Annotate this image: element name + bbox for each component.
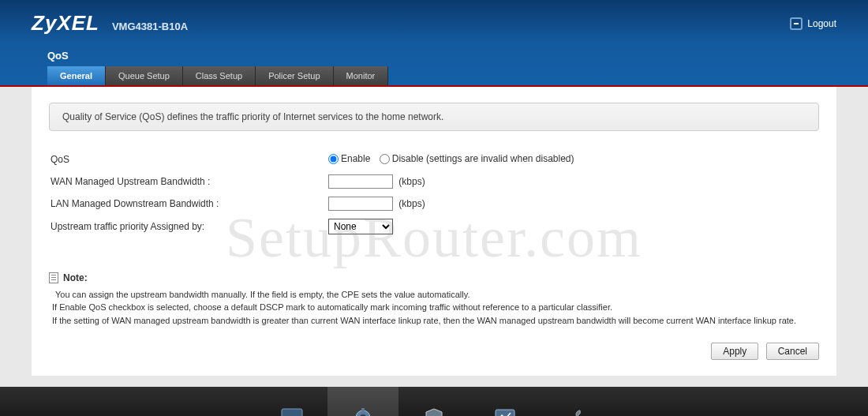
svg-rect-8 bbox=[496, 410, 514, 416]
disable-label: Disable (settings are invalid when disab… bbox=[392, 153, 574, 164]
gear-icon bbox=[350, 407, 376, 416]
svg-rect-4 bbox=[361, 408, 365, 411]
svg-rect-0 bbox=[282, 409, 302, 416]
nav-maintenance[interactable]: Maintenance bbox=[541, 387, 612, 416]
apply-button[interactable]: Apply bbox=[711, 343, 758, 360]
qos-disable-radio[interactable] bbox=[380, 154, 390, 164]
wrench-icon bbox=[563, 407, 589, 416]
tab-policer-setup[interactable]: Policer Setup bbox=[256, 66, 333, 85]
nav-security[interactable]: Security bbox=[398, 387, 470, 416]
brand-logo: ZyXEL bbox=[32, 11, 99, 36]
info-box: Quality of Service (QoS) defines the tra… bbox=[49, 103, 819, 131]
tab-class-setup[interactable]: Class Setup bbox=[183, 66, 256, 85]
cancel-button[interactable]: Cancel bbox=[766, 343, 819, 360]
brand-left: ZyXEL VMG4381-B10A bbox=[32, 11, 188, 36]
qos-enable-option[interactable]: Enable bbox=[328, 153, 370, 164]
wan-bandwidth-input[interactable] bbox=[328, 174, 393, 189]
logout-label: Logout bbox=[807, 18, 836, 29]
tab-monitor[interactable]: Monitor bbox=[334, 66, 389, 85]
note-block: Note: You can assign the upstream bandwi… bbox=[49, 271, 819, 328]
qos-label: QoS bbox=[51, 150, 327, 170]
bottom-nav: Connection Status Network Setting Securi… bbox=[0, 387, 868, 416]
qos-enable-radio[interactable] bbox=[328, 154, 339, 164]
note-icon bbox=[49, 272, 58, 283]
upstream-priority-select[interactable]: None bbox=[328, 219, 393, 234]
nav-connection-status[interactable]: Connection Status bbox=[256, 387, 327, 416]
note-line-1: You can assign the upstream bandwidth ma… bbox=[55, 288, 819, 302]
note-header: Note: bbox=[49, 271, 819, 285]
note-title: Note: bbox=[63, 271, 88, 285]
brand-row: ZyXEL VMG4381-B10A Logout bbox=[0, 0, 868, 43]
chart-icon bbox=[492, 407, 518, 416]
note-text: You can assign the upstream bandwidth ma… bbox=[49, 288, 819, 328]
nav-system-monitor[interactable]: System Monitor bbox=[470, 387, 541, 416]
section-title: QoS bbox=[0, 43, 868, 66]
content-panel: Quality of Service (QoS) defines the tra… bbox=[32, 87, 836, 376]
button-row: Apply Cancel bbox=[49, 343, 819, 360]
tab-general[interactable]: General bbox=[47, 66, 106, 85]
lan-label: LAN Managed Downstream Bandwidth : bbox=[51, 193, 327, 214]
logout-button[interactable]: Logout bbox=[790, 17, 836, 30]
tab-queue-setup[interactable]: Queue Setup bbox=[106, 66, 183, 85]
logout-icon bbox=[790, 17, 803, 30]
model-label: VMG4381-B10A bbox=[112, 21, 188, 32]
shield-icon bbox=[421, 407, 447, 416]
wan-label: WAN Managed Upstream Bandwidth : bbox=[51, 171, 327, 192]
qos-form: QoS Enable Disable (settings are invalid… bbox=[49, 148, 819, 239]
nav-network-setting[interactable]: Network Setting bbox=[327, 387, 398, 416]
upstream-label: Upstream traffic priority Assigned by: bbox=[51, 215, 327, 238]
tab-bar: General Queue Setup Class Setup Policer … bbox=[0, 66, 868, 85]
qos-disable-option[interactable]: Disable (settings are invalid when disab… bbox=[380, 153, 574, 164]
lan-unit: (kbps) bbox=[398, 198, 425, 209]
note-line-2: If Enable QoS checkbox is selected, choo… bbox=[52, 301, 819, 314]
top-bar: ZyXEL VMG4381-B10A Logout QoS General Qu… bbox=[0, 0, 868, 87]
lan-bandwidth-input[interactable] bbox=[328, 197, 393, 211]
monitor-icon bbox=[279, 407, 305, 416]
wan-unit: (kbps) bbox=[398, 176, 425, 187]
note-line-3: If the setting of WAN managed upstream b… bbox=[52, 314, 819, 328]
enable-label: Enable bbox=[341, 153, 370, 164]
